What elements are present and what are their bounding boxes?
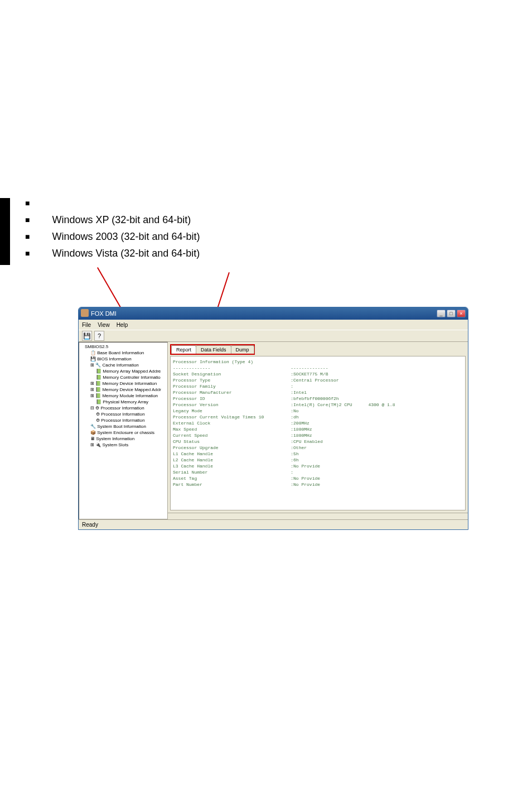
tree-item[interactable]: 📗 Memory Array Mapped Addre [80, 368, 166, 374]
tree-item[interactable]: 🖥 System Information [80, 436, 166, 442]
bullet-list: ■ ■Windows XP (32-bit and 64-bit) ■Windo… [25, 195, 200, 262]
side-black-bar [0, 198, 10, 265]
menubar: File View Help [79, 320, 468, 330]
os-vista: Windows Vista (32-bit and 64-bit) [52, 245, 200, 261]
menu-help[interactable]: Help [117, 322, 128, 328]
tree-item[interactable]: ⊞ 🔧 Cache Information [80, 362, 166, 368]
maximize-button[interactable]: □ [447, 310, 456, 317]
tree-item[interactable]: 🔧 System Boot Information [80, 423, 166, 430]
tabs-highlighted: Report Data Fields Dump [170, 344, 255, 355]
tree-root[interactable]: SMBIOS2.5 [80, 344, 166, 350]
tree-item[interactable]: 📦 System Enclosure or chassis [80, 430, 166, 436]
os-2003: Windows 2003 (32-bit and 64-bit) [52, 229, 200, 244]
tree-item[interactable]: ⊞ 🔌 System Slots [80, 442, 166, 448]
close-button[interactable]: × [457, 310, 466, 317]
tree-item[interactable]: 📗 Memory Controller Informatio [80, 374, 166, 380]
tab-datafields[interactable]: Data Fields [196, 345, 231, 354]
report-textarea[interactable]: Processor Information (Type 4) ---------… [170, 356, 466, 510]
tree-panel[interactable]: SMBIOS2.5 📋 Base Board Information 💾 BIO… [79, 342, 168, 519]
tree-item[interactable]: ⚙ Processor Information [80, 417, 166, 423]
tab-dump[interactable]: Dump [231, 345, 254, 354]
menu-view[interactable]: View [98, 322, 110, 328]
os-xp: Windows XP (32-bit and 64-bit) [52, 212, 191, 228]
svg-rect-0 [81, 309, 89, 317]
tree-item[interactable]: ⊟ ⚙ Processor Information [80, 405, 166, 411]
tree-item[interactable]: 📋 Base Board Information [80, 350, 166, 356]
tree-item[interactable]: 📗 Physical Memory Array [80, 399, 166, 405]
minimize-button[interactable]: _ [437, 310, 446, 317]
save-button[interactable]: 💾 [82, 331, 92, 341]
app-icon [81, 309, 89, 318]
foxdmi-window: FOX DMI _ □ × File View Help 💾 ? SMBIOS2… [78, 307, 468, 530]
help-button[interactable]: ? [94, 331, 104, 341]
horizontal-scrollbar[interactable] [168, 513, 468, 519]
toolbar: 💾 ? [79, 330, 468, 342]
statusbar: Ready [79, 519, 468, 529]
tree-item[interactable]: 💾 BIOS Information [80, 356, 166, 362]
tree-item[interactable]: ⊞ 📗 Memory Device Mapped Addr [80, 387, 166, 393]
tree-item[interactable]: ⊞ 📗 Memory Module Information [80, 393, 166, 399]
window-title: FOX DMI [91, 310, 117, 317]
status-text: Ready [82, 522, 98, 528]
titlebar[interactable]: FOX DMI _ □ × [79, 307, 468, 320]
tree-item-selected[interactable]: ⚙ Processor Information [80, 411, 166, 417]
tree-item[interactable]: ⊞ 📗 Memory Device Information [80, 380, 166, 387]
tab-report[interactable]: Report [171, 345, 196, 354]
menu-file[interactable]: File [82, 322, 91, 328]
